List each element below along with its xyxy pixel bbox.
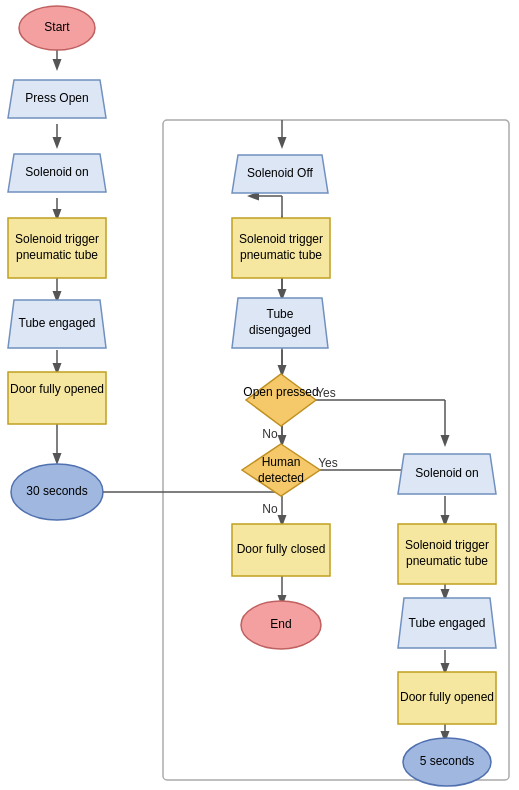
tube-disengaged-label2: disengaged xyxy=(249,323,311,337)
door-fully-closed-label: Door fully closed xyxy=(237,542,326,556)
open-pressed-label: Open pressed xyxy=(243,385,318,399)
no-label-1: No xyxy=(262,427,278,441)
no-label-2: No xyxy=(262,502,278,516)
solenoid-trigger-1-label: Solenoid trigger xyxy=(15,232,99,246)
solenoid-on-2-label: Solenoid on xyxy=(415,466,478,480)
thirty-seconds-label: 30 seconds xyxy=(26,484,87,498)
human-detected-label2: detected xyxy=(258,471,304,485)
solenoid-trigger-3-label: Solenoid trigger xyxy=(405,538,489,552)
solenoid-off-label: Solenoid Off xyxy=(247,166,313,180)
end-label: End xyxy=(270,617,291,631)
five-seconds-label: 5 seconds xyxy=(420,754,475,768)
human-detected-node xyxy=(242,444,320,496)
tube-engaged-1-label: Tube engaged xyxy=(19,316,96,330)
solenoid-trigger-2-label: Solenoid trigger xyxy=(239,232,323,246)
yes-label-2: Yes xyxy=(318,456,338,470)
door-fully-opened-2-label: Door fully opened xyxy=(400,690,494,704)
solenoid-trigger-3-label2: pneumatic tube xyxy=(406,554,488,568)
tube-engaged-2-label: Tube engaged xyxy=(409,616,486,630)
press-open-label: Press Open xyxy=(25,91,88,105)
tube-disengaged-label: Tube xyxy=(267,307,294,321)
yes-label-1: Yes xyxy=(316,386,336,400)
solenoid-on-1-label: Solenoid on xyxy=(25,165,88,179)
solenoid-trigger-1-label2: pneumatic tube xyxy=(16,248,98,262)
open-pressed-node xyxy=(246,374,316,426)
door-fully-opened-1-label: Door fully opened xyxy=(10,382,104,396)
start-label: Start xyxy=(44,20,70,34)
solenoid-trigger-2-label2: pneumatic tube xyxy=(240,248,322,262)
human-detected-label: Human xyxy=(262,455,301,469)
